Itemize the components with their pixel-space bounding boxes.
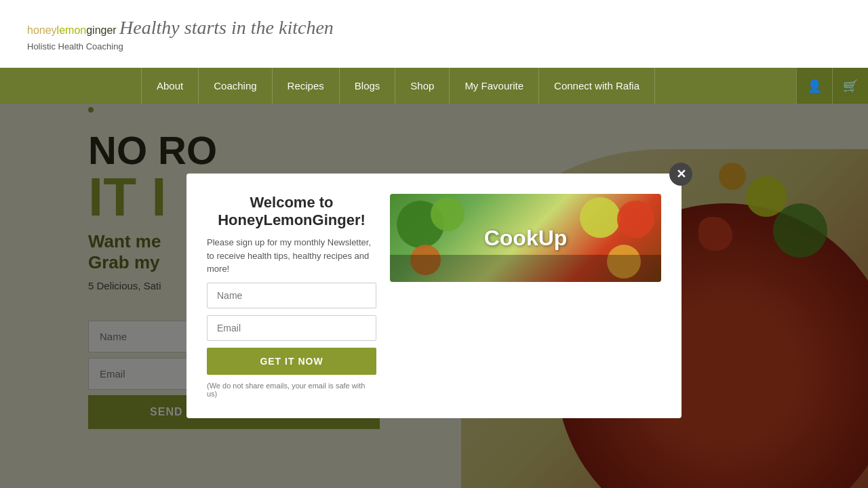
header: honeylemonginger Healthy starts in the k… (0, 0, 868, 68)
modal-left-panel: Welcome to HoneyLemonGinger! Please sign… (207, 194, 376, 398)
modal-privacy-note: (We do not share emails, your email is s… (207, 382, 376, 398)
food-blob-3 (580, 197, 620, 238)
logo-text: honeylemonginger Healthy starts in the k… (27, 17, 334, 39)
nav-item-blogs[interactable]: Blogs (340, 68, 396, 104)
cookup-shadow (390, 255, 661, 282)
nav-item-my-favourite[interactable]: My Favourite (450, 68, 539, 104)
food-blob-2 (431, 197, 465, 231)
navigation: About Coaching Recipes Blogs Shop My Fav… (0, 68, 868, 104)
nav-item-recipes[interactable]: Recipes (273, 68, 340, 104)
modal-submit-button[interactable]: GET IT NOW (207, 348, 376, 375)
modal-name-input[interactable] (207, 283, 376, 308)
nav-items: About Coaching Recipes Blogs Shop My Fav… (0, 68, 796, 104)
logo-ginger: ginger (86, 24, 116, 36)
nav-item-connect[interactable]: Connect with Rafia (539, 68, 655, 104)
cookup-image: CookUp (390, 194, 661, 282)
nav-item-shop[interactable]: Shop (395, 68, 450, 104)
modal-close-button[interactable]: ✕ (669, 163, 692, 186)
nav-icon-group: 👤 🛒 (796, 68, 868, 104)
user-icon: 👤 (807, 79, 822, 94)
logo-tagline: Healthy starts in the kitchen (119, 17, 334, 38)
cart-icon: 🛒 (843, 79, 858, 94)
user-account-button[interactable]: 👤 (796, 68, 832, 104)
modal-email-input[interactable] (207, 315, 376, 341)
nav-item-about[interactable]: About (141, 68, 199, 104)
food-blob-4 (617, 201, 654, 238)
logo-lemon: lemon (57, 24, 87, 36)
logo-honey: honey (27, 24, 57, 36)
modal-right-panel: CookUp (390, 194, 661, 282)
modal-overlay[interactable]: ✕ Welcome to HoneyLemonGinger! Please si… (0, 104, 868, 488)
main-content: NO RO IT I Want me Grab my 5 Delicious, … (0, 104, 868, 488)
cart-button[interactable]: 🛒 (832, 68, 868, 104)
nav-item-coaching[interactable]: Coaching (199, 68, 272, 104)
logo: honeylemonginger Healthy starts in the k… (27, 17, 334, 52)
modal-dialog: ✕ Welcome to HoneyLemonGinger! Please si… (186, 174, 682, 418)
cookup-label: CookUp (484, 226, 568, 251)
modal-title: Welcome to HoneyLemonGinger! (207, 194, 376, 229)
modal-description: Please sign up for my monthly Newsletter… (207, 236, 376, 276)
logo-subtitle: Holistic Health Coaching (27, 41, 334, 52)
